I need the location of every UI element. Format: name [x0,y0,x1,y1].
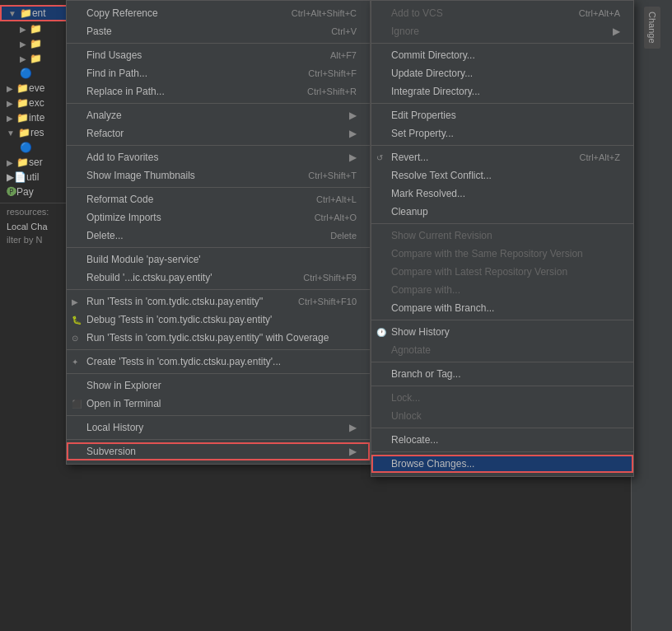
file-icon: 🔵 [20,68,32,79]
subversion-item[interactable]: Subversion ▶ [67,442,370,460]
open-in-terminal-item[interactable]: ⬛ Open in Terminal [67,395,370,413]
show-history-item[interactable]: 🕐 Show History [371,323,633,341]
find-in-path-label: Find in Path... [86,68,147,79]
coverage-icon: ⊙ [72,334,78,343]
reformat-code-item[interactable]: Reformat Code Ctrl+Alt+L [67,190,370,208]
paste-item[interactable]: Paste Ctrl+V [67,22,370,40]
rebuild-item[interactable]: Rebuild '...ic.ctsku.pay.entity' Ctrl+Sh… [67,269,370,287]
find-usages-shortcut: Alt+F7 [297,50,357,60]
optimize-imports-item[interactable]: Optimize Imports Ctrl+Alt+O [67,208,370,227]
file-icon: 📄 [14,171,26,183]
find-in-path-item[interactable]: Find in Path... Ctrl+Shift+F [67,64,370,82]
history-icon: 🕐 [376,328,386,337]
debug-icon: 🐛 [72,316,82,325]
run-coverage-item[interactable]: ⊙ Run 'Tests in 'com.tydic.ctsku.pay.ent… [67,329,370,347]
r-separator4 [371,223,633,224]
resolve-text-conflict-item[interactable]: Resolve Text Conflict... [371,166,633,185]
show-image-thumbnails-label: Show Image Thumbnails [86,170,195,181]
create-tests-item[interactable]: ✦ Create 'Tests in 'com.tydic.ctsku.pay.… [67,353,370,371]
browse-changes-item[interactable]: Browse Changes... [371,455,633,473]
r-separator2 [371,103,633,104]
tree-item-label: ser [29,157,43,168]
build-module-item[interactable]: Build Module 'pay-service' [67,250,370,269]
commit-directory-item[interactable]: Commit Directory... [371,46,633,64]
set-property-item[interactable]: Set Property... [371,124,633,143]
cleanup-item[interactable]: Cleanup [371,203,633,221]
show-history-label: Show History [391,326,450,338]
delete-item[interactable]: Delete... Delete [67,227,370,245]
lock-item: Lock... [371,389,633,407]
update-directory-item[interactable]: Update Directory... [371,64,633,82]
tree-item-label: exc [29,97,44,109]
tree-arrow: ▶ [20,54,26,63]
separator7 [67,349,370,350]
tree-item-label: ent [32,7,46,19]
mark-resolved-item[interactable]: Mark Resolved... [371,185,633,203]
open-in-terminal-label: Open in Terminal [86,398,161,409]
replace-in-path-label: Replace in Path... [86,86,165,97]
analyze-label: Analyze [86,110,122,121]
create-tests-label: Create 'Tests in 'com.tydic.ctsku.pay.en… [86,356,281,367]
folder-icon: 📁 [30,23,42,35]
relocate-item[interactable]: Relocate... [371,431,633,449]
change-button[interactable]: Change [644,7,660,49]
optimize-imports-label: Optimize Imports [86,212,161,223]
local-history-item[interactable]: Local History ▶ [67,418,370,437]
revert-shortcut: Ctrl+Alt+Z [546,152,620,162]
lock-label: Lock... [391,392,420,404]
ignore-item: Ignore ▶ [371,22,633,40]
resolve-text-conflict-label: Resolve Text Conflict... [391,170,492,181]
folder-blue-icon: 📁 [16,157,29,168]
local-history-label: Local History [86,422,143,433]
add-to-favorites-arrow: ▶ [349,152,357,163]
add-to-favorites-item[interactable]: Add to Favorites ▶ [67,148,370,166]
delete-label: Delete... [86,230,124,241]
analyze-item[interactable]: Analyze ▶ [67,106,370,124]
terminal-icon: ⬛ [72,400,82,409]
r-separator5 [371,320,633,320]
show-in-explorer-item[interactable]: Show in Explorer [67,376,370,395]
reformat-code-label: Reformat Code [86,194,153,205]
debug-tests-item[interactable]: 🐛 Debug 'Tests in 'com.tydic.ctsku.pay.e… [67,311,370,329]
ignore-label: Ignore [391,26,419,37]
add-to-vcs-label: Add to VCS [391,7,443,19]
refactor-item[interactable]: Refactor ▶ [67,124,370,143]
find-usages-label: Find Usages [86,49,142,61]
run-tests-shortcut: Ctrl+Shift+F10 [265,297,357,306]
revert-item[interactable]: ↺ Revert... Ctrl+Alt+Z [371,148,633,166]
separator1 [67,43,370,44]
left-context-menu: Copy Reference Ctrl+Alt+Shift+C Paste Ct… [66,0,371,465]
add-to-favorites-label: Add to Favorites [86,152,158,163]
run-icon: ▶ [72,297,78,306]
tree-item-label: Pay [16,186,34,198]
delete-shortcut: Delete [297,231,357,241]
tree-arrow: ▶ [20,40,26,49]
annotate-item: Agnotate [371,341,633,359]
replace-in-path-item[interactable]: Replace in Path... Ctrl+Shift+R [67,82,370,100]
separator6 [67,289,370,290]
copy-reference-item[interactable]: Copy Reference Ctrl+Alt+Shift+C [67,4,370,22]
run-tests-item[interactable]: ▶ Run 'Tests in 'com.tydic.ctsku.pay.ent… [67,292,370,311]
compare-with-label: Compare with... [391,284,460,296]
annotate-label: Agnotate [391,344,431,356]
tree-arrow: ▼ [7,129,15,138]
find-usages-item[interactable]: Find Usages Alt+F7 [67,46,370,64]
paste-label: Paste [86,26,112,37]
integrate-directory-item[interactable]: Integrate Directory... [371,82,633,100]
compare-with-branch-label: Compare with Branch... [391,302,494,314]
rebuild-label: Rebuild '...ic.ctsku.pay.entity' [86,272,212,283]
folder-icon: 📁 [20,7,32,19]
browse-changes-label: Browse Changes... [391,458,474,470]
analyze-arrow: ▶ [349,110,357,121]
tree-item-label: inte [29,112,44,124]
show-image-thumbnails-item[interactable]: Show Image Thumbnails Ctrl+Shift+T [67,166,370,185]
rebuild-shortcut: Ctrl+Shift+F9 [270,273,357,283]
branch-or-tag-item[interactable]: Branch or Tag... [371,365,633,383]
subversion-label: Subversion [86,446,136,457]
compare-latest-repository-item: Compare with Latest Repository Version [371,263,633,281]
edit-properties-label: Edit Properties [391,110,456,121]
r-separator1 [371,43,633,44]
compare-with-branch-item[interactable]: Compare with Branch... [371,299,633,317]
replace-in-path-shortcut: Ctrl+Shift+R [274,86,357,96]
edit-properties-item[interactable]: Edit Properties [371,106,633,124]
